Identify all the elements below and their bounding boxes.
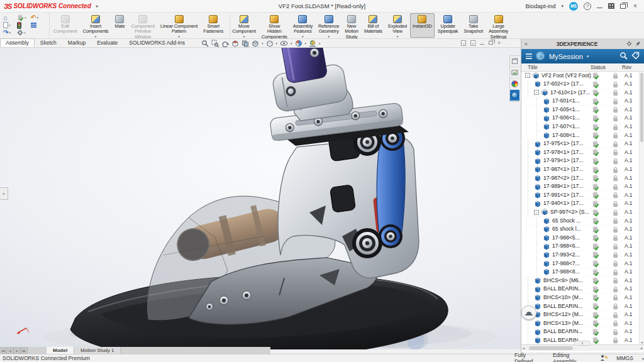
- scene-caret-icon[interactable]: ▾: [319, 41, 321, 45]
- layout-grid-icon[interactable]: [608, 3, 614, 9]
- next-window-icon[interactable]: ▸: [470, 40, 475, 46]
- panel-pin-icon[interactable]: [635, 41, 641, 48]
- tree-row[interactable]: 17-987<1> (17... A.1: [521, 166, 644, 175]
- apply-scene-icon[interactable]: [309, 40, 316, 47]
- panel-tag-icon[interactable]: [631, 51, 640, 62]
- motion-study-tab[interactable]: Motion Study 1: [74, 347, 121, 354]
- rebuild-icon[interactable]: ↷▾: [3, 30, 17, 36]
- tab-nav-prev-icon[interactable]: ◂: [7, 347, 14, 354]
- scroll-right-icon[interactable]: ▸: [641, 346, 643, 350]
- tree-row[interactable]: - VF2 Foot (VF2 Foot) A.1: [521, 72, 644, 80]
- tree-row[interactable]: 17-993<2... A.1: [521, 251, 644, 260]
- minimize-button[interactable]: [597, 4, 602, 8]
- ribbon-button[interactable]: Update Speedpak: [435, 13, 461, 38]
- restore-button[interactable]: [620, 4, 626, 9]
- display-style-icon[interactable]: [266, 40, 274, 47]
- previous-window-icon[interactable]: ◂: [461, 40, 466, 46]
- tree-row[interactable]: 17-988<6... A.1: [521, 243, 644, 251]
- tree-row[interactable]: BHCS<13> (M... A.1: [521, 319, 644, 328]
- tree-row[interactable]: 17-601<1... A.1: [521, 97, 644, 106]
- tree-row[interactable]: BHCS<10> (M... A.1: [521, 293, 644, 302]
- ribbon-button[interactable]: Large Assembly Settings: [486, 13, 511, 38]
- ribbon-button[interactable]: Mate: [111, 13, 128, 38]
- doc-minimize-button[interactable]: [480, 41, 484, 45]
- ribbon-button[interactable]: Edit Component: [51, 13, 79, 38]
- expander-icon[interactable]: -: [534, 210, 539, 215]
- assistant-icon[interactable]: [521, 305, 536, 320]
- tree-row[interactable]: 17-979<1> (17... A.1: [521, 157, 644, 166]
- tree-row[interactable]: 17-988<5... A.1: [521, 234, 644, 243]
- panel-menu-icon[interactable]: [526, 53, 532, 59]
- 3dexperience-tab[interactable]: [510, 90, 519, 101]
- scroll-left-icon[interactable]: ◂: [523, 346, 525, 350]
- tree-row[interactable]: 17-602<1> (17... A.1: [521, 80, 644, 89]
- hscroll-thumb[interactable]: [529, 346, 573, 350]
- tree-row[interactable]: 17-988<7... A.1: [521, 260, 644, 268]
- tree-row[interactable]: - SP-997<2> (S... A.1: [521, 209, 644, 217]
- user-avatar[interactable]: MS: [569, 2, 578, 11]
- traffic-light-icon[interactable]: [17, 22, 31, 29]
- design-library-tab[interactable]: [510, 56, 519, 67]
- ribbon-button[interactable]: Take Snapshot: [461, 13, 486, 38]
- 3dexperience-compass-icon[interactable]: [536, 52, 545, 61]
- doc-restore-button[interactable]: [489, 41, 493, 45]
- scroll-down-icon[interactable]: ▼: [640, 341, 644, 344]
- properties-icon[interactable]: [31, 22, 45, 28]
- session-chevron-icon[interactable]: ▾: [587, 54, 589, 59]
- hide-show-caret-icon[interactable]: ▾: [291, 41, 292, 45]
- tab-nav-next-icon[interactable]: ▸: [14, 347, 21, 354]
- view-orientation-caret-icon[interactable]: ▾: [262, 41, 264, 45]
- command-tab[interactable]: Markup: [62, 38, 91, 47]
- tree-row[interactable]: 17-975<1> (17... A.1: [521, 140, 644, 149]
- ribbon-button[interactable]: New Motion Study: [342, 13, 361, 38]
- tree-row[interactable]: 17-978<1> (17... A.1: [521, 148, 644, 157]
- panel-horizontal-scrollbar[interactable]: ◂ ∧ ▸: [521, 344, 644, 351]
- tree-row[interactable]: BHCS<9> (M6... A.1: [521, 277, 644, 285]
- command-tab[interactable]: SOLIDWORKS Add-Ins: [123, 38, 191, 47]
- home-icon[interactable]: ⌂: [3, 14, 17, 21]
- new-document-icon[interactable]: ▾: [3, 22, 17, 28]
- tree-row[interactable]: 17-607<1... A.1: [521, 123, 644, 132]
- undo-icon[interactable]: ↶▾: [31, 14, 45, 21]
- appearances-scenes-tab[interactable]: [510, 67, 519, 79]
- edit-appearance-icon[interactable]: [295, 40, 303, 47]
- edit-sketch-icon[interactable]: [600, 354, 608, 362]
- toolbar-expand-icon[interactable]: ▸: [96, 3, 99, 9]
- tree-row[interactable]: 17-940<1> (17... A.1: [521, 200, 644, 209]
- tree-row[interactable]: BALL BEARIN... A.1: [521, 285, 644, 294]
- column-status[interactable]: Status: [591, 64, 606, 70]
- tree-row[interactable]: BALL BEARIN... A.1: [521, 302, 644, 311]
- tree-row[interactable]: 17-605<1... A.1: [521, 106, 644, 114]
- appearance-caret-icon[interactable]: ▾: [305, 41, 307, 45]
- command-tab[interactable]: Evaluate: [91, 38, 123, 47]
- view-orientation-icon[interactable]: [252, 40, 259, 47]
- options-gear-icon[interactable]: ▾: [17, 30, 31, 36]
- account-name[interactable]: Biodapt-ind: [525, 3, 555, 9]
- panel-search-icon[interactable]: [619, 51, 628, 62]
- ribbon-button[interactable]: Insert Components ▾: [80, 13, 111, 38]
- custom-properties-tab[interactable]: [510, 79, 519, 90]
- ribbon-button[interactable]: Linear Component Pattern ▾: [158, 13, 200, 38]
- tree-row[interactable]: 17-608<1... A.1: [521, 131, 644, 140]
- tree-row[interactable]: BALL BEARIN... A.1: [521, 328, 644, 337]
- units-selector[interactable]: MMGS: [616, 355, 633, 361]
- ribbon-button[interactable]: Exploded View ▾: [386, 13, 409, 38]
- ribbon-button[interactable]: Show Hidden Components: [259, 13, 290, 38]
- tree-row[interactable]: 17-606<1... A.1: [521, 114, 644, 123]
- display-pane-icon[interactable]: [242, 40, 249, 47]
- tree-row[interactable]: 65 shock l... A.1: [521, 226, 644, 234]
- expander-icon[interactable]: -: [525, 73, 530, 78]
- command-tab[interactable]: Assembly: [0, 38, 35, 47]
- column-rev[interactable]: Rev: [622, 64, 631, 70]
- tree-row[interactable]: 65 Shock ... A.1: [521, 217, 644, 226]
- tree-row[interactable]: 17-988<8... A.1: [521, 268, 644, 277]
- tab-nav-first-icon[interactable]: ◂◂: [0, 347, 7, 354]
- ribbon-button[interactable]: Reference Geometry ▾: [316, 13, 341, 38]
- save-icon[interactable]: ▾: [17, 14, 31, 21]
- model-tab[interactable]: Model: [47, 347, 74, 354]
- tab-nav-last-icon[interactable]: ▸▸: [21, 347, 28, 354]
- close-button[interactable]: ×: [631, 3, 639, 9]
- expander-icon[interactable]: -: [534, 90, 539, 95]
- help-icon[interactable]: ?: [584, 3, 591, 10]
- zoom-to-fit-icon[interactable]: [201, 40, 209, 47]
